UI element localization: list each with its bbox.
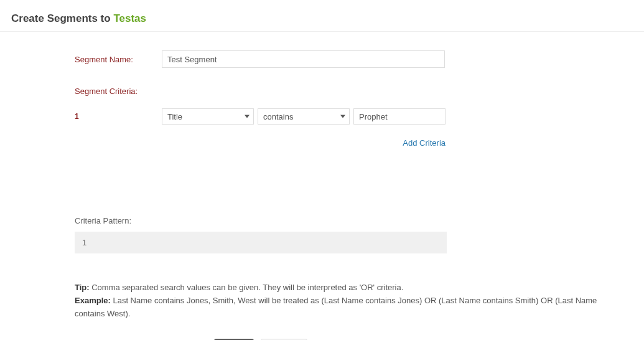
chevron-down-icon — [340, 115, 345, 118]
criteria-row: 1 Title contains — [75, 108, 635, 125]
tip-text: Comma separated search values can be giv… — [91, 283, 403, 292]
example-label: Example: — [75, 296, 113, 305]
criteria-operator-value: contains — [263, 112, 293, 121]
criteria-field-value: Title — [167, 112, 182, 121]
example-text: Last Name contains Jones, Smith, West wi… — [75, 296, 597, 318]
criteria-pattern-label: Criteria Pattern: — [75, 216, 635, 225]
add-criteria-link[interactable]: Add Criteria — [403, 138, 446, 148]
page-title-prefix: Create Segments to — [11, 12, 113, 24]
chevron-down-icon — [245, 115, 250, 118]
segment-criteria-label: Segment Criteria: — [75, 87, 635, 96]
page-header: Create Segments to Testas — [0, 0, 644, 32]
segment-name-input[interactable] — [162, 50, 445, 68]
criteria-operator-select[interactable]: contains — [258, 108, 350, 125]
segment-name-label: Segment Name: — [75, 55, 162, 64]
criteria-number: 1 — [75, 112, 162, 121]
tip-label: Tip: — [75, 283, 91, 292]
criteria-field-select[interactable]: Title — [162, 108, 254, 125]
criteria-pattern-box[interactable]: 1 — [75, 232, 447, 253]
hints: Tip: Comma separated search values can b… — [75, 281, 622, 320]
criteria-pattern-value: 1 — [82, 238, 86, 247]
criteria-value-input[interactable] — [353, 108, 446, 125]
page-title-accent: Testas — [113, 12, 146, 24]
